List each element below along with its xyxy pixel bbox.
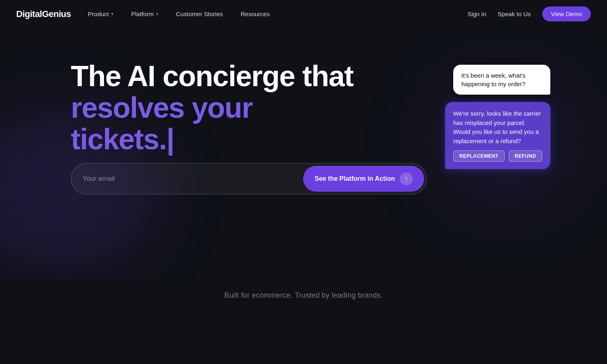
email-cta-wrapper: See the Platform in Action ↑	[71, 163, 427, 195]
arrow-up-icon: ↑	[400, 172, 413, 185]
bubble-actions: REPLACEMENT REFUND	[453, 150, 542, 162]
nav-item-product[interactable]: Product ▾	[79, 0, 122, 28]
logo[interactable]: DigitalGenius	[16, 9, 71, 19]
hero-title-line1: The AI concierge that	[71, 61, 362, 92]
nav-right: Sign In Speak to Us View Demo	[467, 6, 591, 21]
hero-title-line2: resolves your tickets.|	[71, 92, 362, 155]
hero-text: The AI concierge that resolves your tick…	[71, 61, 362, 155]
view-demo-button[interactable]: View Demo	[542, 6, 591, 21]
chat-container: It's been a week, what's happening to my…	[445, 65, 550, 169]
user-bubble: It's been a week, what's happening to my…	[453, 65, 550, 95]
bot-bubble: We're sorry, looks like the carrier has …	[445, 102, 550, 169]
cta-button[interactable]: See the Platform in Action ↑	[303, 166, 424, 192]
nav-link-product[interactable]: Product ▾	[79, 0, 122, 28]
refund-button[interactable]: REFUND	[509, 150, 542, 162]
replacement-button[interactable]: REPLACEMENT	[453, 150, 505, 162]
trusted-text: Built for ecommerce. Trusted by leading …	[0, 291, 607, 300]
navbar: DigitalGenius Product ▾ Platform ▾ Custo…	[0, 0, 607, 28]
speak-link[interactable]: Speak to Us	[498, 11, 531, 17]
nav-link-resources[interactable]: Resources	[232, 0, 279, 28]
nav-item-resources[interactable]: Resources	[232, 0, 279, 28]
nav-link-platform[interactable]: Platform ▾	[122, 0, 167, 28]
chevron-down-icon: ▾	[156, 12, 158, 16]
nav-item-platform[interactable]: Platform ▾	[122, 0, 167, 28]
email-cta-form: See the Platform in Action ↑	[71, 163, 427, 195]
email-input[interactable]	[83, 169, 303, 188]
trusted-section: Built for ecommerce. Trusted by leading …	[0, 279, 607, 316]
chevron-down-icon: ▾	[111, 12, 113, 16]
nav-item-customer-stories[interactable]: Customer Stories	[167, 0, 232, 28]
nav-links: Product ▾ Platform ▾ Customer Stories Re…	[79, 0, 278, 28]
hero-section: The AI concierge that resolves your tick…	[0, 28, 607, 279]
signin-link[interactable]: Sign In	[467, 11, 486, 17]
cta-button-label: See the Platform in Action	[314, 175, 395, 182]
nav-link-customer-stories[interactable]: Customer Stories	[167, 0, 232, 28]
